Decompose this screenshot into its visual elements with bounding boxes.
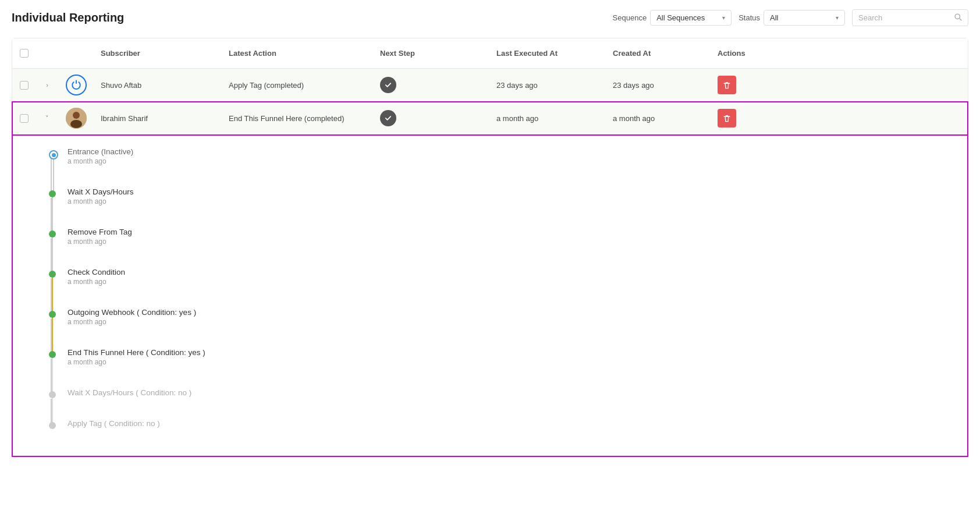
step7-name: Wait X Days/Hours ( Condition: no ) xyxy=(68,388,191,397)
row1-expand-btn[interactable]: › xyxy=(35,76,59,94)
status-label: Status xyxy=(738,13,760,22)
timeline-item-remove-tag: Remove From Tag a month ago xyxy=(48,228,950,268)
step5-time: a month ago xyxy=(68,318,196,326)
row2-delete-button[interactable] xyxy=(718,109,736,127)
timeline-item-check-condition: Check Condition a month ago xyxy=(48,268,950,308)
step3-time: a month ago xyxy=(68,237,132,246)
row2-avatar-cell xyxy=(59,102,94,134)
step1-time: a month ago xyxy=(68,157,133,165)
timeline-item-end-funnel: End This Funnel Here ( Condition: yes ) … xyxy=(48,348,950,388)
sequence-control: Sequence All Sequences ▾ xyxy=(613,10,732,26)
page-header: Individual Reporting Sequence All Sequen… xyxy=(12,9,968,26)
row2-check-badge xyxy=(380,110,396,126)
th-avatar xyxy=(59,44,94,62)
status-chevron-icon: ▾ xyxy=(836,15,839,21)
row1-subscriber: Shuvo Aftab xyxy=(94,75,222,95)
th-latest-action: Latest Action xyxy=(222,44,373,62)
row2-avatar xyxy=(66,108,87,129)
row2-last-executed: a month ago xyxy=(489,108,606,129)
chevron-down-icon: ˅ xyxy=(45,115,49,122)
step7-content: Wait X Days/Hours ( Condition: no ) xyxy=(68,388,191,407)
step2-time: a month ago xyxy=(68,197,134,205)
step1-name: Entrance (Inactive) xyxy=(68,147,133,156)
svg-point-0 xyxy=(955,14,960,19)
table-header: Subscriber Latest Action Next Step Last … xyxy=(12,38,968,69)
step4-content: Check Condition a month ago xyxy=(68,268,125,296)
row1-avatar-cell xyxy=(59,69,94,101)
search-box[interactable] xyxy=(852,9,968,26)
row2-expand-btn[interactable]: ˅ xyxy=(35,109,59,128)
timeline-item-webhook: Outgoing Webhook ( Condition: yes ) a mo… xyxy=(48,308,950,348)
status-control: Status All ▾ xyxy=(738,10,845,26)
step3-name: Remove From Tag xyxy=(68,228,132,236)
step2-content: Wait X Days/Hours a month ago xyxy=(68,187,134,216)
row2-checkbox[interactable] xyxy=(20,114,29,123)
row1-checkbox[interactable] xyxy=(20,81,29,90)
th-checkbox xyxy=(12,44,35,62)
th-expand xyxy=(35,44,59,62)
th-next-step: Next Step xyxy=(373,44,489,62)
sequence-value: All Sequences xyxy=(656,13,705,22)
search-icon xyxy=(954,13,962,23)
row1-check-badge xyxy=(380,77,396,93)
th-actions: Actions xyxy=(711,44,792,62)
sequence-chevron-icon: ▾ xyxy=(722,15,725,21)
page-title: Individual Reporting xyxy=(12,11,124,24)
step4-time: a month ago xyxy=(68,278,125,286)
table-row: › Shuvo Aftab Apply Tag (completed) xyxy=(12,69,968,102)
svg-line-1 xyxy=(960,19,962,21)
timeline-item-wait2: Wait X Days/Hours ( Condition: no ) xyxy=(48,388,950,419)
expanded-detail-section: Entrance (Inactive) a month ago Wait X D… xyxy=(12,136,968,457)
chevron-right-icon: › xyxy=(46,81,48,88)
row2-created-at: a month ago xyxy=(606,108,711,129)
step1-content: Entrance (Inactive) a month ago xyxy=(68,147,133,176)
th-subscriber: Subscriber xyxy=(94,44,222,62)
row1-delete-button[interactable] xyxy=(718,76,736,94)
header-checkbox[interactable] xyxy=(20,49,29,58)
row2-checkbox-cell xyxy=(12,108,35,129)
row2-latest-action: End This Funnel Here (completed) xyxy=(222,108,373,129)
step3-content: Remove From Tag a month ago xyxy=(68,228,132,256)
status-select[interactable]: All ▾ xyxy=(764,10,845,26)
step2-name: Wait X Days/Hours xyxy=(68,187,134,196)
th-created-at: Created At xyxy=(606,44,711,62)
status-value: All xyxy=(770,13,778,22)
step8-name: Apply Tag ( Condition: no ) xyxy=(68,419,160,428)
step8-content: Apply Tag ( Condition: no ) xyxy=(68,419,160,438)
row2-actions xyxy=(711,103,792,133)
table-container: Subscriber Latest Action Next Step Last … xyxy=(12,38,968,136)
row2-subscriber: Ibrahim Sharif xyxy=(94,108,222,129)
header-controls: Sequence All Sequences ▾ Status All ▾ xyxy=(613,9,968,26)
row1-last-executed: 23 days ago xyxy=(489,75,606,95)
page-wrapper: Individual Reporting Sequence All Sequen… xyxy=(0,0,980,514)
sequence-label: Sequence xyxy=(613,13,647,22)
step6-content: End This Funnel Here ( Condition: yes ) … xyxy=(68,348,205,377)
search-input[interactable] xyxy=(858,13,950,22)
table-row-highlighted: ˅ Ibrahim Sharif End This Funnel Here (c… xyxy=(12,102,968,135)
step6-name: End This Funnel Here ( Condition: yes ) xyxy=(68,348,205,357)
timeline-item-entrance: Entrance (Inactive) a month ago xyxy=(48,147,950,187)
svg-point-3 xyxy=(73,112,80,119)
row1-created-at: 23 days ago xyxy=(606,75,711,95)
row1-avatar-power xyxy=(66,75,87,95)
row1-actions xyxy=(711,70,792,100)
step6-time: a month ago xyxy=(68,358,205,366)
timeline-list: Entrance (Inactive) a month ago Wait X D… xyxy=(48,147,950,444)
timeline-item-wait1: Wait X Days/Hours a month ago xyxy=(48,187,950,228)
row1-latest-action: Apply Tag (completed) xyxy=(222,75,373,95)
row2-next-step xyxy=(373,104,489,132)
row1-checkbox-cell xyxy=(12,75,35,95)
row1-next-step xyxy=(373,71,489,99)
th-last-executed: Last Executed At xyxy=(489,44,606,62)
step5-content: Outgoing Webhook ( Condition: yes ) a mo… xyxy=(68,308,196,336)
sequence-select[interactable]: All Sequences ▾ xyxy=(650,10,732,26)
timeline-item-apply-tag: Apply Tag ( Condition: no ) xyxy=(48,419,950,444)
svg-point-4 xyxy=(70,120,82,128)
step4-name: Check Condition xyxy=(68,268,125,277)
step5-name: Outgoing Webhook ( Condition: yes ) xyxy=(68,308,196,317)
